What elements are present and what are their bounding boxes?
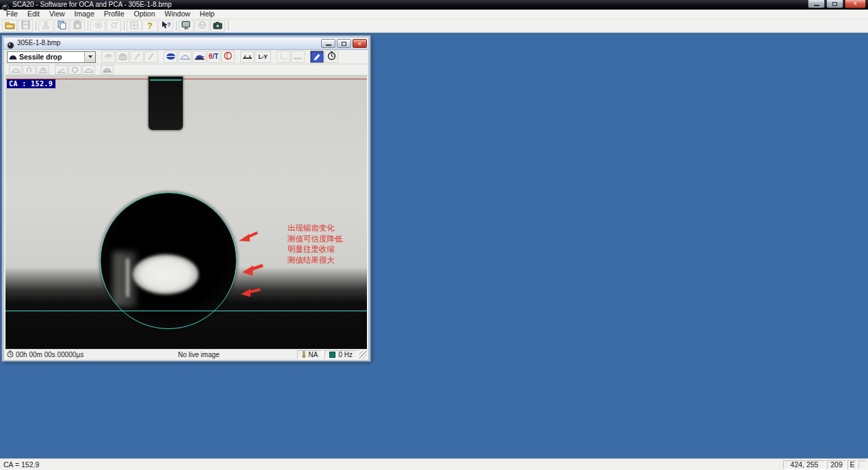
save-button[interactable] [18,20,33,32]
camera-icon [118,51,127,63]
toolbar-separator [228,21,229,31]
paste-button[interactable] [70,20,85,32]
menu-edit[interactable]: Edit [23,10,44,18]
maximize-icon [832,2,837,6]
slant-shape-icon [133,51,141,63]
circle-fit-icon [180,51,190,63]
copy-icon [58,20,66,32]
method-toolbar [4,64,368,75]
circle-fit-button[interactable] [178,51,192,63]
laplace-fit-icon [223,51,233,63]
tangent-fit-icon [194,51,205,63]
annotation-line: 测值可信度降低 [288,234,343,245]
child-minimize-button[interactable] [321,39,335,48]
main-statusbar: CA = 152.9 424, 255 209 E [0,458,868,470]
image-document-window: 305E-1-8.bmp × Sessile drop [2,36,370,361]
tangent-angle-button[interactable] [55,65,68,75]
menu-help[interactable]: Help [195,10,220,18]
drop-narrow-icon [26,64,32,76]
drop-image-canvas[interactable]: CA : 152.9 出现锯齿变化 测值可信度降低 明显往里收缩 [5,75,367,349]
ellipse-fit-button[interactable] [164,51,177,63]
baseline-icon [242,51,253,63]
copy-button[interactable] [54,20,69,32]
menu-option[interactable]: Option [129,10,160,18]
rotate-gear-button[interactable] [106,20,121,32]
drop-tilted-button[interactable] [9,65,22,75]
circle-icon [71,64,79,76]
help-button[interactable]: ? [142,20,157,32]
cut-icon [42,20,50,32]
camera-tool-button[interactable] [116,51,129,63]
tangent-fit-button[interactable] [192,51,206,63]
chevron-down-icon [88,55,92,58]
resize-grip[interactable] [359,351,367,358]
clock-icon [327,51,336,63]
live-image-button[interactable] [179,20,194,32]
settings-gear-button[interactable] [90,20,105,32]
close-icon: × [854,1,857,7]
annotation-line: 出现锯齿变化 [288,223,343,234]
statusbar-panels: 424, 255 209 E [782,460,867,469]
magnify-minus-button[interactable] [130,51,144,63]
minimize-icon [326,44,331,46]
laplace-fit-button[interactable] [221,51,235,63]
menu-window[interactable]: Window [159,10,194,18]
dropdown-arrow-button[interactable] [84,52,95,62]
timer-button[interactable] [324,51,338,63]
mdi-area: 305E-1-8.bmp × Sessile drop [0,33,868,458]
method-selector[interactable]: Sessile drop [7,51,96,63]
laplace-young-button[interactable]: L-Y [255,51,271,63]
baseline-button[interactable] [240,51,254,63]
stopwatch-icon [7,350,14,359]
toolbar-separator [36,21,36,31]
main-titlebar: SCA20 - Software for OCA and PCA - 305E-… [0,0,868,10]
timer-field: 00h 00m 00s 00000µs [5,350,178,359]
maximize-button[interactable] [826,0,843,8]
snapshot-button[interactable] [210,20,225,32]
framerate-value: 0 Hz [338,351,353,358]
app-icon [2,1,9,14]
empty-panel [858,460,867,469]
main-toolbar: ? ? [0,19,868,33]
drop-dome-icon [103,64,112,76]
save-icon [21,20,30,32]
drop-dome-button[interactable] [101,65,114,75]
context-help-button[interactable]: ? [158,20,173,32]
grid-button[interactable] [127,20,142,32]
globe-button[interactable] [194,20,209,32]
menu-profile[interactable]: Profile [99,10,129,18]
close-button[interactable]: × [845,0,866,8]
annotation-text: 出现锯齿变化 测值可信度降低 明显往里收缩 测值结果很大 [288,223,343,265]
drop-narrow-button[interactable] [23,65,36,75]
menu-view[interactable]: View [44,10,70,18]
manual-line-button[interactable] [291,51,305,63]
grab-tool-button[interactable] [101,51,115,63]
drop-capped-button[interactable] [36,65,49,75]
theta-t-label: /T [212,53,218,60]
menu-image[interactable]: Image [70,10,99,18]
minimize-button[interactable] [808,0,825,8]
paste-icon [73,20,81,32]
framerate-status-icon [329,352,335,358]
cut-button[interactable] [38,20,53,32]
horizontal-line-icon [293,51,303,63]
child-restore-button[interactable] [337,39,351,48]
auto-measure-button[interactable] [310,51,324,63]
menubar: File Edit View Image Profile Option Wind… [0,10,868,19]
minimize-icon [814,5,819,6]
application-window: SCA20 - Software for OCA and PCA - 305E-… [0,0,868,470]
toolbar-separator [124,21,125,31]
child-close-button[interactable]: × [353,39,367,48]
theta-t-fit-button[interactable]: θ/T [207,51,220,63]
ellipse-fit-icon [166,51,176,63]
cursor-position-panel: 424, 255 [783,460,826,469]
circle-method-button[interactable] [68,65,81,75]
thermometer-icon [302,350,306,359]
corner-lines-button[interactable] [277,51,290,63]
drop-flat-button[interactable] [82,65,95,75]
magnify-plus-button[interactable] [144,51,158,63]
open-button[interactable] [2,20,17,32]
live-image-icon [181,20,191,32]
method-selector-value: Sessile drop [19,53,84,61]
corner-lines-icon [279,51,288,63]
